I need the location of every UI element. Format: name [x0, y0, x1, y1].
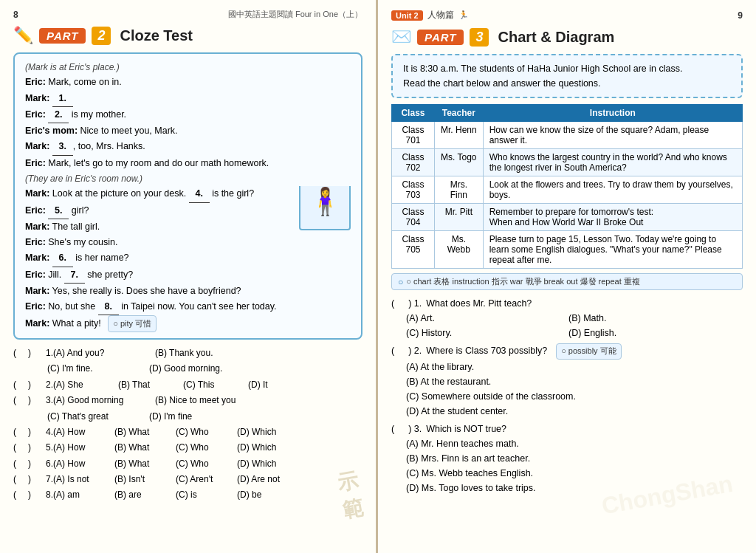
cell-class-702: Class 702	[392, 149, 435, 176]
left-page: 8 國中英語主題閱讀 Four in One（上） ✏️ PART 2 Cloz…	[0, 0, 378, 553]
cell-instruction-705: Please turn to page 15, Lesson Two. Toda…	[483, 231, 742, 269]
unit-icon: 🏃	[458, 10, 469, 20]
unit-title: 人物篇	[427, 9, 454, 21]
cell-teacher-701: Mr. Henn	[434, 122, 483, 149]
cell-teacher-705: Ms. Webb	[434, 231, 483, 269]
dialogue-line-14: Eric: No, but she 8. in Taipei now. You …	[25, 299, 351, 315]
dialogue-line-3: Eric: 2. is my mother.	[25, 107, 351, 123]
dialogue-line-5: Mark: 3., too, Mrs. Hanks.	[25, 139, 351, 155]
q3-text: Which is NOT true?	[426, 422, 506, 436]
q1-text: What does Mr. Pitt teach?	[426, 296, 532, 311]
left-page-header: 8 國中英語主題閱讀 Four in One（上）	[13, 9, 362, 20]
left-page-title: 國中英語主題閱讀 Four in One（上）	[228, 9, 362, 20]
dialogue-context1: (Mark is at Eric's place.)	[25, 60, 351, 75]
col-class: Class	[392, 105, 435, 122]
col-instruction: Instruction	[483, 105, 742, 122]
part-num-left: 2	[92, 27, 111, 45]
book-spread: 8 國中英語主題閱讀 Four in One（上） ✏️ PART 2 Cloz…	[0, 0, 756, 553]
left-page-num: 8	[13, 10, 18, 20]
table-row: Class 701 Mr. Henn How can we know the s…	[392, 122, 743, 149]
cell-instruction-702: Who knows the largest country in the wor…	[483, 149, 742, 176]
chart-table: Class Teacher Instruction Class 701 Mr. …	[391, 104, 743, 269]
choice-row-8: ( ) 8. (A) am (B) are (C) is (D) be	[13, 487, 362, 502]
cell-instruction-703: Look at the flowers and trees. Try to dr…	[483, 176, 742, 204]
choice-row-1b: (C) I'm fine. (D) Good morning.	[13, 361, 362, 376]
right-page: Unit 2 人物篇 🏃 9 ✉️ PART 3 Chart & Diagram…	[378, 0, 756, 553]
table-row: Class 705 Ms. Webb Please turn to page 1…	[392, 231, 743, 269]
cell-teacher-704: Mr. Pitt	[434, 204, 483, 231]
choice-row-7: ( ) 7. (A) Is not (B) Isn't (C) Aren't (…	[13, 472, 362, 487]
cell-class-704: Class 704	[392, 204, 435, 231]
part-num-right: 3	[470, 28, 489, 47]
choice-row-1: ( ) 1. (A) And you? (B) Thank you.	[13, 346, 362, 360]
q2-text: Where is Class 703 possibly?	[426, 343, 547, 360]
right-part-banner: ✉️ PART 3 Chart & Diagram	[391, 27, 743, 47]
dialogue-line-12: Eric: Jill. 7. she pretty?	[25, 267, 351, 284]
part-label-left: PART	[39, 28, 86, 44]
dialogue-box: (Mark is at Eric's place.) Eric: Mark, c…	[13, 52, 362, 340]
table-row: Class 703 Mrs. Finn Look at the flowers …	[392, 176, 743, 204]
pencil-icon: ✏️	[13, 26, 33, 45]
cell-class-703: Class 703	[392, 176, 435, 204]
dialogue-line-2: Mark: 1.	[25, 91, 351, 107]
part-title-right: Chart & Diagram	[498, 29, 614, 46]
question-1: ( ) 1. What does Mr. Pitt teach? (A) Art…	[391, 296, 743, 340]
part-title-left: Cloze Test	[120, 27, 193, 44]
table-row: Class 702 Ms. Togo Who knows the largest…	[392, 149, 743, 176]
q3-options: (A) Mr. Henn teaches math. (B) Mrs. Finn…	[391, 436, 743, 495]
right-page-header: Unit 2 人物篇 🏃 9	[391, 9, 743, 21]
dialogue-line-15: Mark: What a pity! ○ pity 可惜	[25, 315, 351, 332]
right-page-num: 9	[738, 10, 743, 21]
cell-class-705: Class 705	[392, 231, 435, 269]
vocab-icon: ○	[398, 277, 403, 287]
dialogue-line-10: Eric: She's my cousin.	[25, 235, 351, 250]
vocab-text: ○ chart 表格 instruction 指示 war 戰爭 break o…	[406, 276, 640, 287]
dialogue-line-4: Eric's mom: Nice to meet you, Mark.	[25, 123, 351, 139]
vocab-bar: ○ ○ chart 表格 instruction 指示 war 戰爭 break…	[391, 273, 743, 290]
table-row: Class 704 Mr. Pitt Remember to prepare f…	[392, 204, 743, 231]
possibly-badge: ○ possibly 可能	[556, 343, 622, 360]
questions-section: ( ) 1. What does Mr. Pitt teach? (A) Art…	[391, 296, 743, 495]
dialogue-line-1: Eric: Mark, come on in.	[25, 75, 351, 90]
pity-badge: ○ pity 可惜	[108, 315, 157, 332]
part-label-right: PART	[417, 30, 464, 45]
left-part-banner: ✏️ PART 2 Cloze Test	[13, 26, 362, 45]
unit-label: Unit 2	[391, 10, 423, 21]
cell-instruction-701: How can we know the size of the square? …	[483, 122, 742, 149]
choice-row-2: ( ) 2. (A) She (B) That (C) This (D) It	[13, 377, 362, 392]
table-header-row: Class Teacher Instruction	[392, 105, 743, 122]
choice-row-4: ( ) 4. (A) How (B) What (C) Who (D) Whic…	[13, 425, 362, 439]
dialogue-line-6: Eric: Mark, let's go to my room and do o…	[25, 156, 351, 171]
choice-row-3: ( ) 3. (A) Good morning (B) Nice to meet…	[13, 393, 362, 408]
question-2: ( ) 2. Where is Class 703 possibly? ○ po…	[391, 343, 743, 419]
figure-illustration: 🧍‍♀️	[299, 186, 351, 230]
intro-text: It is 8:30 a.m. The students of HaHa Jun…	[403, 63, 682, 89]
dialogue-figure: 🧍‍♀️	[299, 186, 351, 230]
cell-class-701: Class 701	[392, 122, 435, 149]
cell-teacher-703: Mrs. Finn	[434, 176, 483, 204]
col-teacher: Teacher	[434, 105, 483, 122]
choice-row-3b: (C) That's great (D) I'm fine	[13, 409, 362, 424]
cell-teacher-702: Ms. Togo	[434, 149, 483, 176]
dialogue-line-13: Mark: Yes, she really is. Does she have …	[25, 284, 351, 299]
answer-choices: ( ) 1. (A) And you? (B) Thank you. (C) I…	[13, 346, 362, 503]
dialogue-context2: (They are in Eric's room now.)	[25, 171, 351, 186]
q2-options: (A) At the library. (B) At the restauran…	[391, 360, 743, 419]
choice-row-5: ( ) 5. (A) How (B) What (C) Who (D) Whic…	[13, 440, 362, 455]
envelope-icon: ✉️	[391, 27, 411, 47]
question-3: ( ) 3. Which is NOT true? (A) Mr. Henn t…	[391, 422, 743, 495]
cell-instruction-704: Remember to prepare for tomorrow's test:…	[483, 204, 742, 231]
q1-options: (A) Art. (B) Math. (C) History. (D) Engl…	[391, 311, 743, 340]
intro-box: It is 8:30 a.m. The students of HaHa Jun…	[391, 54, 743, 98]
choice-row-6: ( ) 6. (A) How (B) What (C) Who (D) Whic…	[13, 456, 362, 471]
dialogue-line-11: Mark: 6. is her name?	[25, 250, 351, 267]
